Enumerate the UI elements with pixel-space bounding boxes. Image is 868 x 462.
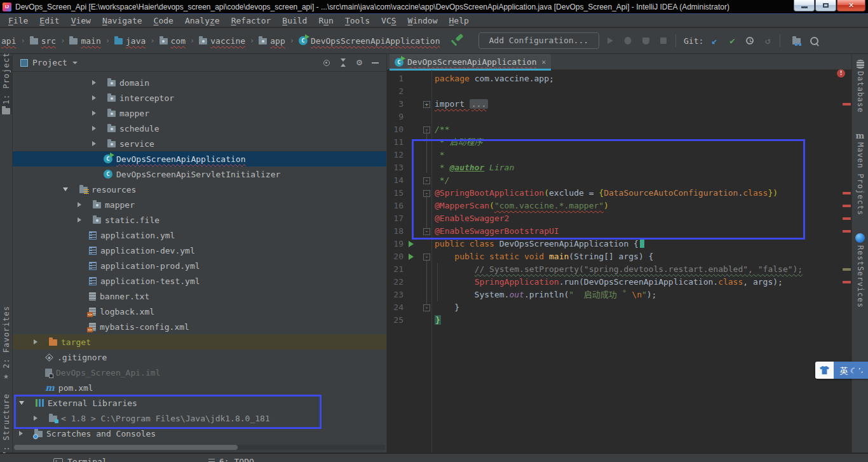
expand-arrow-icon[interactable] — [34, 339, 37, 344]
build-hammer-icon[interactable] — [451, 34, 463, 47]
breadcrumb-app[interactable]: app — [259, 36, 285, 46]
tree-item-mapper[interactable]: mapper — [13, 197, 386, 212]
toolwindow-button-maven-projects[interactable]: m Maven Projects — [852, 132, 868, 215]
run-gutter-icon[interactable] — [409, 254, 414, 260]
menu-navigate[interactable]: Navigate — [97, 16, 148, 25]
settings-gear-icon[interactable]: ⚙ — [356, 58, 362, 67]
error-stripe-mark[interactable] — [843, 217, 851, 220]
error-stripe-mark[interactable] — [843, 230, 851, 233]
breadcrumb-main[interactable]: main — [69, 36, 100, 46]
tree-item-resources[interactable]: resources — [13, 182, 386, 197]
error-indicator-icon[interactable]: ! — [837, 69, 845, 78]
tree-item-pom.xml[interactable]: mpom.xml — [13, 380, 386, 395]
project-panel-title[interactable]: Project — [32, 58, 67, 67]
debug-icon[interactable] — [621, 34, 635, 48]
error-stripe-mark[interactable] — [843, 281, 851, 283]
horizontal-scrollbar[interactable] — [14, 445, 385, 450]
menu-build[interactable]: Build — [276, 16, 313, 25]
menu-edit[interactable]: Edit — [34, 16, 65, 25]
tree-item-mapper[interactable]: mapper — [13, 105, 386, 121]
run-icon[interactable] — [603, 34, 617, 48]
run-configuration-button[interactable]: Add Configuration... — [478, 32, 600, 49]
project-structure-icon[interactable] — [789, 34, 803, 48]
stop-icon[interactable] — [656, 34, 670, 48]
toolwindow-button-database[interactable]: Database — [852, 60, 868, 113]
search-everywhere-icon[interactable] — [807, 34, 821, 48]
locate-icon[interactable] — [323, 60, 330, 66]
toolwindow-button-structure[interactable]: 7: Structure — [0, 396, 12, 462]
breadcrumb-DevOpsScreenApiApplication[interactable]: DevOpsScreenApiApplication — [299, 36, 440, 46]
tree-item-service[interactable]: service — [13, 136, 386, 151]
menu-view[interactable]: View — [65, 16, 97, 25]
tree-item-mybatis-config.xml[interactable]: mybatis-config.xml — [13, 319, 386, 334]
expand-arrow-icon[interactable] — [92, 111, 96, 116]
menu-code[interactable]: Code — [148, 16, 179, 25]
tree-item-domain[interactable]: domain — [13, 75, 386, 90]
ime-language-button[interactable]: 英 ☾ ’, — [834, 362, 868, 379]
tree-item-target[interactable]: target — [13, 334, 386, 350]
expand-arrow-icon[interactable] — [92, 95, 96, 100]
editor-area[interactable]: DevOpsScreenApiApplication ✕ 1package co… — [386, 54, 851, 452]
tree-item-devops-screen-api.iml[interactable]: DevOps_Screen_Api.iml — [13, 365, 386, 380]
error-stripe-mark[interactable] — [843, 268, 851, 271]
collapse-all-icon[interactable] — [339, 58, 347, 67]
menu-window[interactable]: Window — [402, 16, 444, 25]
minimize-button[interactable] — [794, 0, 815, 11]
tree-item-devopsscreenapiapplication[interactable]: DevOpsScreenApiApplication — [13, 151, 386, 166]
toolwindow-button-rest-services[interactable]: RestServices — [852, 233, 868, 308]
breadcrumb-com[interactable]: com — [159, 36, 186, 46]
error-stripe-mark[interactable] — [843, 192, 851, 194]
menu-file[interactable]: File — [3, 16, 34, 25]
coverage-icon[interactable] — [639, 34, 653, 48]
history-clock-icon[interactable] — [743, 34, 757, 48]
tab-close-icon[interactable]: ✕ — [542, 58, 546, 66]
toolwindow-button-project[interactable]: 1: Project — [0, 56, 12, 114]
collapse-arrow-icon[interactable] — [63, 187, 68, 191]
menu-analyze[interactable]: Analyze — [179, 16, 226, 25]
fold-marker-icon[interactable]: - — [423, 304, 430, 311]
menu-vcs[interactable]: VCS — [376, 16, 402, 25]
tree-item-logback.xml[interactable]: logback.xml — [13, 304, 386, 319]
breadcrumb-src[interactable]: src — [30, 36, 56, 46]
tree-item-application-test.yml[interactable]: application-test.yml — [13, 273, 386, 289]
menu-refactor[interactable]: Refactor — [226, 16, 277, 25]
toolwindow-button-favorites[interactable]: 2: Favorites ★ — [0, 294, 12, 380]
expand-arrow-icon[interactable] — [92, 126, 96, 131]
fold-marker-icon[interactable]: - — [423, 254, 430, 261]
tree-item-interceptor[interactable]: interceptor — [13, 90, 386, 105]
expand-arrow-icon[interactable] — [78, 217, 81, 222]
toolwindow-button-terminal[interactable]: Terminal — [53, 457, 107, 462]
error-stripe-mark[interactable] — [843, 103, 851, 105]
update-project-icon[interactable]: ↙ — [707, 34, 721, 48]
menu-tools[interactable]: Tools — [339, 16, 376, 25]
close-button[interactable]: ✕ — [837, 0, 865, 11]
ime-skin-button[interactable] — [815, 362, 834, 379]
tree-item-devopsscreenapiservletinitializer[interactable]: DevOpsScreenApiServletInitializer — [13, 166, 386, 182]
hide-panel-icon[interactable] — [372, 62, 379, 64]
tree-item-banner.txt[interactable]: banner.txt — [13, 289, 386, 304]
scrollbar-thumb[interactable] — [14, 445, 238, 450]
chevron-down-icon[interactable] — [72, 62, 78, 64]
tree-item-static.file[interactable]: static.file — [13, 212, 386, 228]
rollback-icon[interactable]: ↺ — [761, 34, 775, 48]
run-gutter-icon[interactable] — [409, 241, 414, 247]
editor-tab-devopsscreenapiapplication[interactable]: DevOpsScreenApiApplication ✕ — [390, 54, 551, 70]
tree-item-schedule[interactable]: schedule — [13, 121, 386, 136]
fold-marker-icon[interactable]: + — [423, 101, 430, 108]
tree-item-application-dev.yml[interactable]: application-dev.yml — [13, 243, 386, 258]
expand-arrow-icon[interactable] — [92, 80, 96, 85]
toolwindow-button-todo[interactable]: 6: TODO — [208, 457, 254, 462]
tree-item-application-prod.yml[interactable]: application-prod.yml — [13, 258, 386, 273]
error-stripe-mark[interactable] — [843, 205, 851, 207]
tree-item-application.yml[interactable]: application.yml — [13, 228, 386, 243]
menu-help[interactable]: Help — [444, 16, 475, 25]
commit-icon[interactable]: ✔ — [725, 34, 739, 48]
tree-item-.gitignore[interactable]: .gitignore — [13, 350, 386, 365]
breadcrumb-java[interactable]: java — [114, 36, 146, 46]
expand-arrow-icon[interactable] — [92, 141, 96, 146]
expand-arrow-icon[interactable] — [19, 431, 23, 436]
maximize-button[interactable] — [815, 0, 836, 11]
menu-run[interactable]: Run — [313, 16, 339, 25]
breadcrumb-api[interactable]: api — [1, 36, 16, 46]
breadcrumb-vaccine[interactable]: vaccine — [199, 36, 245, 46]
